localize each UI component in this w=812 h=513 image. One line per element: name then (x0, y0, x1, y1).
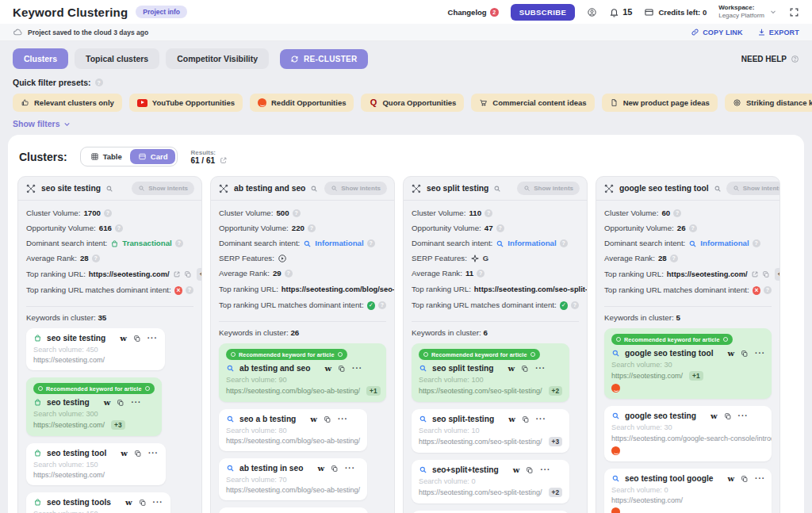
more-urls-badge: +3 (111, 420, 124, 430)
serp-preview-icon[interactable]: w (104, 399, 111, 407)
filter-chip[interactable]: New product page ideas (602, 94, 718, 112)
table-view-button[interactable]: Table (82, 149, 130, 164)
support-icon[interactable] (587, 7, 597, 17)
copy-link-button[interactable]: COPY LINK (691, 28, 743, 36)
show-intents-button[interactable]: Show intents (517, 182, 580, 195)
info-icon: ? (753, 239, 760, 247)
fullscreen-icon[interactable] (789, 7, 799, 17)
changelog-link[interactable]: Changelog 2 (448, 8, 499, 17)
filter-chip[interactable]: Reddit Opportunities (250, 94, 354, 112)
notifications-button[interactable]: 15 (609, 7, 632, 17)
zoom-keyword-icon[interactable] (493, 185, 501, 193)
copy-keyword-icon[interactable] (338, 365, 346, 373)
filter-chip[interactable]: YouTube Opportunities (129, 94, 243, 112)
serp-preview-icon[interactable]: w (310, 415, 317, 423)
kebab-menu-icon[interactable]: ··· (738, 412, 749, 420)
dominant-intent-row-label: Dominant search intent: (412, 238, 492, 249)
keyword-search-volume: Search volume: 70 (226, 476, 360, 484)
zoom-keyword-icon[interactable] (310, 185, 318, 193)
kebab-menu-icon[interactable]: ··· (148, 450, 159, 457)
url-match-row-label: Top ranking URL matches dominant intent: (219, 300, 364, 311)
zoom-keyword-icon[interactable] (105, 185, 113, 193)
average-rank-row-label: Average Rank: (219, 268, 270, 279)
kebab-menu-icon[interactable]: ··· (536, 415, 546, 423)
copy-keyword-icon[interactable] (331, 465, 339, 473)
kebab-menu-icon[interactable]: ··· (540, 466, 550, 474)
cluster-volume-row: Cluster Volume:500? (219, 208, 386, 219)
kebab-menu-icon[interactable]: ··· (338, 415, 348, 423)
kebab-menu-icon[interactable]: ··· (755, 350, 765, 358)
card-view-button[interactable]: Card (130, 149, 176, 164)
keyword-actions: w··· (728, 350, 766, 358)
copy-keyword-icon[interactable] (741, 475, 749, 483)
info-icon (530, 352, 535, 357)
serp-preview-icon[interactable]: w (513, 466, 520, 474)
show-intents-button[interactable]: Show intents (324, 182, 387, 195)
kebab-menu-icon[interactable]: ··· (755, 475, 765, 483)
info-icon: ? (92, 255, 100, 262)
export-button[interactable]: EXPORT (757, 28, 799, 36)
zoom-keyword-icon[interactable] (714, 185, 722, 193)
serp-preview-icon[interactable]: w (121, 450, 128, 457)
filter-chip[interactable]: Striking distance keywords (725, 94, 812, 112)
average-rank-row: Average Rank:29? (219, 268, 386, 279)
serp-features-row-label: SERP Features: (412, 253, 467, 264)
recommended-badge: Recommended keyword for article (419, 349, 540, 360)
copy-keyword-icon[interactable] (522, 415, 530, 423)
copy-keyword-icon[interactable] (521, 365, 529, 373)
kebab-menu-icon[interactable]: ··· (345, 465, 355, 473)
serp-preview-icon[interactable]: w (317, 465, 324, 473)
open-url-icon[interactable] (173, 270, 181, 278)
copy-keyword-icon[interactable] (724, 412, 732, 420)
serp-preview-icon[interactable]: w (508, 365, 515, 373)
kebab-menu-icon[interactable]: ··· (535, 365, 546, 373)
copy-url-icon[interactable] (184, 270, 192, 278)
keyword-text: google seo testing (625, 412, 696, 420)
project-info-badge[interactable]: Project info (136, 6, 187, 18)
copy-keyword-icon[interactable] (324, 415, 331, 423)
copy-keyword-icon[interactable] (117, 399, 124, 407)
kebab-menu-icon[interactable]: ··· (147, 335, 158, 343)
keyword-url: https://seotesting.com/seo-split-testing… (419, 488, 562, 497)
serp-preview-icon[interactable]: w (710, 412, 718, 420)
copy-keyword-icon[interactable] (133, 335, 141, 343)
copy-keyword-icon[interactable] (526, 466, 534, 474)
kebab-menu-icon[interactable]: ··· (352, 365, 362, 373)
chevron-down-icon (769, 8, 777, 16)
info-icon: ? (115, 224, 123, 232)
copy-keyword-icon[interactable] (139, 499, 147, 507)
tab-topical-clusters[interactable]: Topical clusters (75, 48, 159, 69)
tab-competitor-visibility[interactable]: Competitor Visibility (166, 48, 269, 69)
cluster-card: seo split testingShow intentsCluster Vol… (403, 176, 588, 513)
serp-preview-icon[interactable]: w (324, 365, 331, 373)
show-filters-toggle[interactable]: Show filters (13, 119, 799, 128)
copy-url-icon[interactable] (762, 270, 770, 278)
copy-keyword-icon[interactable] (134, 450, 142, 457)
open-url-icon[interactable] (751, 270, 759, 278)
credits-indicator[interactable]: Credits left: 0 (644, 7, 707, 17)
informational-intent-icon (611, 349, 620, 358)
quick-filter-presets-label: Quick filter presets: (13, 78, 91, 87)
filter-chip[interactable]: QQuora Opportunities (361, 94, 464, 112)
serp-preview-icon[interactable]: w (120, 335, 127, 343)
filter-chip[interactable]: Relevant clusters only (13, 94, 122, 112)
info-icon (723, 337, 728, 342)
kebab-menu-icon[interactable]: ··· (153, 499, 163, 507)
need-help-link[interactable]: NEED HELP (741, 55, 799, 63)
kebab-menu-icon[interactable]: ··· (131, 399, 141, 407)
serp-preview-icon[interactable]: w (728, 350, 735, 358)
tab-clusters[interactable]: Clusters (13, 48, 68, 69)
copy-link-label: COPY LINK (703, 29, 743, 36)
workspace-selector[interactable]: Workspace: Legacy Platform (718, 4, 777, 20)
chip-label: Striking distance keywords (746, 98, 812, 107)
serp-preview-icon[interactable]: w (728, 475, 735, 483)
share-results-icon[interactable] (220, 156, 228, 164)
re-cluster-button[interactable]: RE-CLUSTER (280, 49, 367, 69)
serp-preview-icon[interactable]: w (508, 415, 515, 423)
copy-keyword-icon[interactable] (741, 350, 749, 358)
show-intents-button[interactable]: Show intents (726, 182, 780, 195)
serp-preview-icon[interactable]: w (125, 499, 132, 507)
filter-chip[interactable]: Commercial content ideas (471, 94, 594, 112)
subscribe-button[interactable]: SUBSCRIBE (511, 4, 576, 21)
show-intents-button[interactable]: Show intents (132, 182, 194, 195)
